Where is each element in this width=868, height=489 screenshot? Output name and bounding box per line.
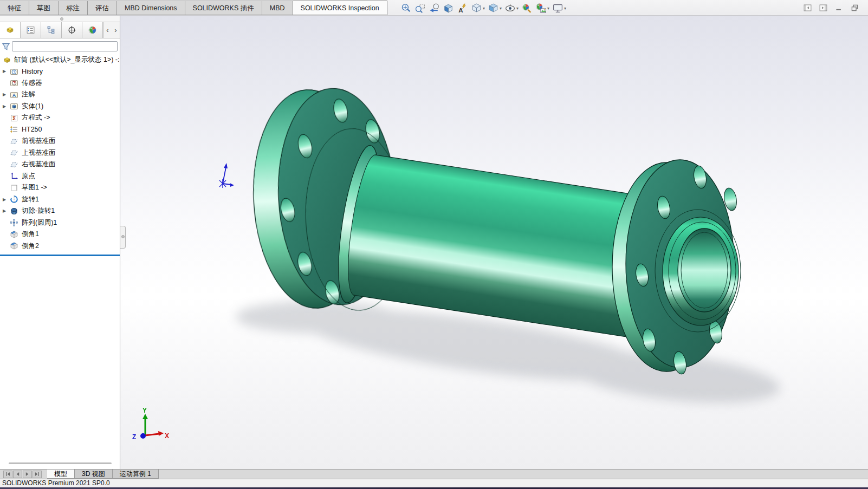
display-style-button[interactable]: ▾	[487, 2, 503, 15]
feature-tree-item[interactable]: 切除-旋转1	[0, 205, 120, 217]
window-control-icon	[819, 3, 828, 12]
panel-tabs-scroll-right-button[interactable]: ›	[112, 23, 120, 37]
chevron-down-icon[interactable]: ▾	[564, 6, 566, 11]
feature-tree-item[interactable]: 方程式 ->	[0, 112, 120, 124]
zoom-to-fit-button[interactable]: ▾	[399, 2, 413, 15]
ribbon-tab[interactable]: SOLIDWORKS Inspection	[293, 1, 387, 15]
previous-tab-button[interactable]	[13, 471, 22, 478]
restore-button[interactable]	[850, 3, 859, 14]
feature-tree-item[interactable]: HT250	[0, 124, 120, 136]
tree-filter-row	[0, 38, 120, 54]
tree-horizontal-scrollbar[interactable]	[9, 462, 112, 464]
feature-tree-item[interactable]: 原点	[0, 171, 120, 182]
expand-arrow-icon[interactable]	[3, 104, 10, 109]
window-control-icon	[803, 3, 812, 12]
ribbon-tab[interactable]: 特征	[0, 1, 29, 15]
graphics-viewport[interactable]: Y X Z	[120, 16, 868, 469]
ribbon-tab[interactable]: SOLIDWORKS 插件	[185, 1, 262, 15]
feature-tree-item[interactable]: 实体(1)	[0, 101, 120, 113]
panel-tab-bar: ‹ ›	[0, 22, 120, 38]
panel-tabs-scroll-left-button[interactable]: ‹	[103, 23, 112, 37]
feature-tree-item[interactable]: 倒角2	[0, 240, 120, 252]
chevron-down-icon[interactable]: ▾	[547, 6, 549, 11]
ribbon-tab[interactable]: MBD	[262, 1, 293, 15]
feature-tree-item[interactable]: 传感器	[0, 77, 120, 89]
zoom-to-area-button[interactable]: ▾	[413, 2, 427, 15]
panel-viewport-splitter[interactable]	[120, 16, 126, 469]
ribbon-tab[interactable]: 草图	[29, 1, 59, 15]
solidworks-window: 特征草图标注评估MBD DimensionsSOLIDWORKS 插件MBDSO…	[0, 0, 868, 489]
edit-appearance-button[interactable]: ▾	[520, 2, 534, 15]
study-tab[interactable]: 3D 视图	[75, 470, 113, 479]
feature-tree-item[interactable]: 倒角1	[0, 229, 120, 240]
expand-arrow-icon[interactable]	[3, 69, 10, 74]
study-tab[interactable]: 运动算例 1	[113, 470, 159, 479]
feature-icon	[10, 230, 18, 239]
tab-configurationmanager[interactable]	[41, 22, 62, 38]
expand-arrow-icon[interactable]	[3, 208, 10, 213]
heads-up-view-toolbar: ▾▾▾▾▾▾▾▾▾▾▾	[399, 1, 567, 15]
toolbar-icon	[488, 3, 499, 14]
splitter-grip-icon[interactable]	[60, 17, 63, 21]
panel-top-splitter[interactable]	[0, 16, 120, 22]
collapse-right-pane-button[interactable]	[819, 3, 828, 14]
study-tab[interactable]: 模型	[47, 470, 75, 479]
chevron-down-icon[interactable]: ▾	[500, 6, 502, 11]
feature-tree-root[interactable]: 缸筒 (默认<<默认>_显示状态 1>) -:	[0, 54, 120, 66]
tab-featuremanager[interactable]	[0, 22, 21, 38]
first-tab-button[interactable]	[3, 471, 12, 478]
feature-tree-item[interactable]: History	[0, 66, 120, 77]
feature-label: 传感器	[22, 79, 42, 88]
collapse-left-pane-button[interactable]	[803, 3, 812, 14]
feature-tree-item[interactable]: 上视基准面	[0, 147, 120, 159]
last-tab-button[interactable]	[33, 471, 42, 478]
feature-tree-item[interactable]: 阵列(圆周)1	[0, 217, 120, 229]
feature-label: 旋转1	[22, 195, 39, 204]
panel-tab-icon	[47, 25, 56, 35]
feature-icon	[10, 90, 18, 99]
feature-tree-item[interactable]: 草图1 ->	[0, 182, 120, 194]
tree-filter-input[interactable]	[12, 41, 118, 51]
apply-scene-button[interactable]: ▾	[534, 2, 550, 15]
tab-propertymanager[interactable]	[21, 22, 41, 38]
previous-view-button[interactable]: ▾	[427, 2, 441, 15]
hide-show-items-button[interactable]: ▾	[503, 2, 520, 15]
feature-icon	[10, 125, 18, 134]
ribbon-tab[interactable]: MBD Dimensions	[117, 1, 185, 15]
section-view-button[interactable]: ▾	[442, 2, 455, 15]
chevron-down-icon[interactable]: ▾	[516, 6, 519, 11]
minimize-button[interactable]	[834, 3, 844, 14]
feature-label: 上视基准面	[22, 148, 56, 158]
toolbar-icon	[471, 3, 482, 14]
feature-label: 原点	[22, 172, 35, 181]
ribbon-tab[interactable]: 标注	[59, 1, 88, 15]
model-canvas[interactable]: Y X Z	[120, 16, 868, 469]
ribbon-tab[interactable]: 评估	[88, 1, 117, 15]
feature-label: 右视基准面	[22, 160, 56, 169]
next-tab-button[interactable]	[23, 471, 32, 478]
feature-icon	[10, 207, 18, 216]
tab-dimxpertmanager[interactable]	[62, 22, 82, 38]
view-settings-button[interactable]: ▾	[551, 2, 567, 15]
part-right-flange[interactable]	[612, 160, 741, 375]
rollback-bar[interactable]	[0, 255, 120, 256]
feature-tree-item[interactable]: 旋转1	[0, 194, 120, 206]
splitter-grip-icon[interactable]	[121, 235, 125, 238]
panel-tab-icon	[88, 25, 97, 35]
panel-tab-icon	[67, 25, 76, 35]
reference-triad: Y X Z	[132, 407, 169, 441]
feature-tree-item[interactable]: 右视基准面	[0, 159, 120, 171]
part-title: 缸筒 (默认<<默认>_显示状态 1>) -:	[14, 55, 119, 64]
feature-icon	[10, 137, 18, 146]
expand-arrow-icon[interactable]	[3, 197, 10, 202]
feature-tree-item[interactable]: 前视基准面	[0, 135, 120, 147]
toolbar-icon	[443, 3, 454, 14]
feature-tree-item[interactable]: 注解	[0, 89, 120, 101]
hide-show-annotations-button[interactable]: ▾	[456, 2, 469, 15]
expand-arrow-icon[interactable]	[3, 92, 10, 97]
view-orientation-button[interactable]: ▾	[470, 2, 486, 15]
chevron-down-icon[interactable]: ▾	[483, 6, 485, 11]
tab-displaymanager[interactable]	[82, 22, 103, 38]
feature-icon	[10, 218, 18, 227]
toolbar-icon	[552, 3, 563, 14]
